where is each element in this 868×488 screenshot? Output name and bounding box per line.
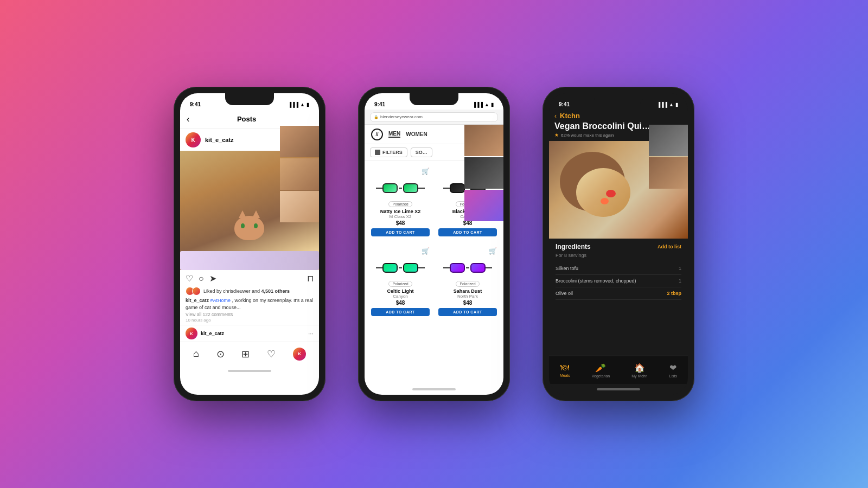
product-sub-3: Canyon xyxy=(393,294,408,299)
ingredient-name-2: Broccolini (stems removed, chopped) xyxy=(556,278,679,284)
product-sub-1: M Class X2 xyxy=(390,214,412,219)
product-image-1 xyxy=(379,177,422,199)
battery-icon-ktchn: ▮ xyxy=(675,102,678,107)
status-time-eyewear: 9:41 xyxy=(374,101,385,107)
ingredient-qty-1: 1 xyxy=(679,266,681,271)
meals-label: Meals xyxy=(560,374,570,377)
search-nav-button[interactable]: ⊙ xyxy=(216,348,225,360)
home-bar-eyewear xyxy=(412,388,456,390)
bridge-p xyxy=(466,267,469,268)
comment-avatar[interactable]: K xyxy=(186,328,197,339)
ingredient-name-3: Olive oil xyxy=(556,291,667,296)
store-video-thumb-2 xyxy=(464,157,503,189)
home-nav-button[interactable]: ⌂ xyxy=(193,348,199,359)
product-image-4 xyxy=(446,257,489,279)
share-button[interactable]: ➤ xyxy=(209,273,216,284)
comment-options[interactable]: ··· xyxy=(308,330,314,337)
liked-text: Liked by chrisdieuwer and 4,501 others xyxy=(203,288,290,294)
arm-left-black xyxy=(443,188,450,189)
add-to-list-button[interactable]: Add to list xyxy=(658,244,681,249)
store-video-call[interactable] xyxy=(464,125,503,221)
ktchn-video-call[interactable] xyxy=(649,125,688,189)
status-time: 9:41 xyxy=(190,101,201,107)
video-call-overlay[interactable] xyxy=(280,126,319,222)
vegetarian-label: Vegetarian xyxy=(592,374,610,378)
arm-left xyxy=(376,188,382,189)
liked-avatars xyxy=(186,287,201,296)
add-nav-button[interactable]: ⊞ xyxy=(241,348,250,360)
browser-url-bar[interactable]: 🔒 blenderseyewear.com xyxy=(370,112,498,122)
add-to-cart-button-2[interactable]: ADD TO CART xyxy=(438,228,497,236)
cat-eye-right xyxy=(254,223,258,228)
notch-eyewear xyxy=(410,93,458,105)
lens-left-green xyxy=(382,183,398,193)
ktchn-nav-mykitchn[interactable]: 🏠 My Ktchn xyxy=(631,363,647,378)
battery-icon-eyewear: ▮ xyxy=(491,102,494,107)
sunglasses-green xyxy=(382,183,418,193)
phones-container: 9:41 ▐▐▐ ▲ ▮ ‹ Posts K xyxy=(174,87,694,401)
ktchn-nav-vegetarian[interactable]: 🥕 Vegetarian xyxy=(592,363,610,378)
lens-right-green xyxy=(403,183,418,193)
home-bar xyxy=(228,370,271,372)
lock-icon: 🔒 xyxy=(374,115,379,119)
cart-icon-4: 🛒 xyxy=(489,247,497,255)
ingredients-header: Ingredients Add to list xyxy=(556,243,681,251)
lens-left-p xyxy=(450,263,465,273)
ktchn-nav-lists[interactable]: ❤ Lists xyxy=(669,363,677,378)
rating-text: 62% would make this again xyxy=(561,133,614,138)
product-card-1: 🛒 Polarized Natty Ice Lime X2 xyxy=(369,164,432,240)
user-avatar[interactable]: K xyxy=(186,132,201,147)
ktchn-back-button[interactable]: ‹ xyxy=(554,112,557,120)
vegetarian-icon: 🥕 xyxy=(595,363,606,373)
add-to-cart-button-1[interactable]: ADD TO CART xyxy=(371,228,430,236)
store-logo[interactable]: // xyxy=(371,129,383,140)
wifi-icon-eyewear: ▲ xyxy=(484,102,489,107)
ktchn-video-thumb-2 xyxy=(649,157,688,189)
filter-label: FILTERS xyxy=(382,150,403,155)
ingredients-section: Ingredients Add to list For 8 servings S… xyxy=(549,239,688,356)
comment-row: K kit_e_catz ··· xyxy=(180,325,319,342)
lens-left-black xyxy=(450,183,465,193)
product-price-3: $48 xyxy=(396,300,405,306)
post-username[interactable]: kit_e_catz xyxy=(205,137,234,143)
caption-text: kit_e_catz #AtHome , working on my scree… xyxy=(186,297,314,311)
ingredient-qty-3: 2 tbsp xyxy=(667,291,681,296)
notch-ktchn xyxy=(594,93,643,105)
video-thumb-1 xyxy=(280,126,319,157)
sort-button[interactable]: SO… xyxy=(411,147,432,157)
signal-icon-eyewear: ▐▐▐ xyxy=(473,102,483,107)
phone-instagram: 9:41 ▐▐▐ ▲ ▮ ‹ Posts K xyxy=(174,87,326,401)
ktchn-nav-meals[interactable]: 🍽 Meals xyxy=(560,363,570,377)
add-to-cart-button-3[interactable]: ADD TO CART xyxy=(371,308,430,316)
quiche-top xyxy=(576,168,630,217)
polarized-badge-1: Polarized xyxy=(388,201,412,207)
ktchn-brand: Ktchn xyxy=(560,112,580,120)
notch xyxy=(225,93,274,105)
polarized-badge-3: Polarized xyxy=(388,281,412,287)
arm-right-g2 xyxy=(418,267,425,268)
store-video-thumb-1 xyxy=(464,125,503,156)
signal-icon: ▐▐▐ xyxy=(288,102,298,107)
home-indicator-ktchn xyxy=(549,384,688,395)
comment-button[interactable]: ○ xyxy=(199,274,204,284)
view-comments[interactable]: View all 122 comments xyxy=(186,312,314,317)
like-button[interactable]: ♡ xyxy=(186,273,193,284)
activity-nav-button[interactable]: ♡ xyxy=(267,348,276,360)
time-ago: 10 hours ago xyxy=(186,318,314,323)
nav-women[interactable]: WOMEN xyxy=(406,131,427,137)
filters-button[interactable]: FILTERS xyxy=(370,147,407,157)
arm-right xyxy=(418,188,425,189)
video-thumb-2 xyxy=(280,158,319,190)
product-image-3 xyxy=(379,257,422,279)
add-to-cart-button-4[interactable]: ADD TO CART xyxy=(438,308,497,316)
nav-men[interactable]: MEN xyxy=(388,131,400,138)
bookmark-button[interactable]: ⊓ xyxy=(307,273,314,284)
lens-left-g2 xyxy=(382,263,398,273)
instagram-bottom-nav: ⌂ ⊙ ⊞ ♡ K xyxy=(180,342,319,365)
store-video-thumb-3 xyxy=(464,190,503,221)
eyewear-screen: 9:41 ▐▐▐ ▲ ▮ 🔒 blenderseyewear.com xyxy=(365,93,503,395)
lists-label: Lists xyxy=(669,374,677,378)
ingredient-name-1: Silken tofu xyxy=(556,266,679,271)
mykitchn-label: My Ktchn xyxy=(631,374,647,378)
profile-nav-button[interactable]: K xyxy=(293,348,306,361)
